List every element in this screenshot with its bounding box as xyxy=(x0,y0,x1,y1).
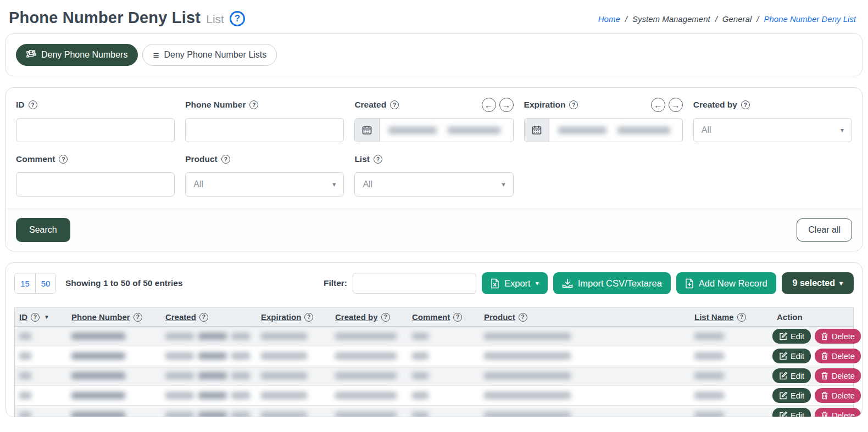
expiration-prev-range-button[interactable]: ← xyxy=(651,98,665,112)
cell-phone-number-redacted xyxy=(67,333,161,340)
trash-icon xyxy=(821,372,828,380)
filter-field-created-by: Created by ? All ▾ xyxy=(693,98,852,142)
help-icon[interactable]: ? xyxy=(453,313,462,322)
help-icon[interactable]: ? xyxy=(569,100,578,109)
edit-button[interactable]: Edit xyxy=(772,408,811,417)
edit-button[interactable]: Edit xyxy=(772,329,811,344)
cell-expiration-redacted xyxy=(257,352,331,360)
column-header-phone-number: Phone Number ? xyxy=(67,312,161,322)
help-icon[interactable]: ? xyxy=(381,313,390,322)
column-header-comment: Comment ? xyxy=(408,312,480,322)
cell-created-by-redacted xyxy=(331,333,408,340)
created-daterange-input[interactable] xyxy=(354,118,513,142)
trash-icon xyxy=(821,332,828,340)
cell-product-redacted xyxy=(480,372,690,379)
edit-button[interactable]: Edit xyxy=(772,388,811,403)
filter-comment-input[interactable] xyxy=(16,172,175,197)
help-icon[interactable]: ? xyxy=(221,155,230,164)
breadcrumb-current-page[interactable]: Phone Number Deny List xyxy=(764,14,856,24)
cell-comment-redacted xyxy=(408,392,480,399)
trash-icon xyxy=(821,411,828,417)
help-icon[interactable]: ? xyxy=(374,155,382,164)
chevron-down-icon: ▾ xyxy=(839,279,843,287)
filter-id-label: ID xyxy=(16,100,25,110)
column-header-product: Product ? xyxy=(480,312,690,322)
edit-button[interactable]: Edit xyxy=(772,349,811,363)
export-button[interactable]: Export ▾ xyxy=(482,272,548,294)
breadcrumb-general: General xyxy=(722,14,752,24)
filter-field-expiration: Expiration ? ← → xyxy=(524,98,683,142)
calendar-icon-button[interactable] xyxy=(355,119,380,142)
expiration-daterange-input[interactable] xyxy=(524,118,683,142)
page-header: Phone Number Deny List List ? Home / Sys… xyxy=(0,0,868,33)
edit-button[interactable]: Edit xyxy=(772,368,811,383)
list-select[interactable]: All ▾ xyxy=(354,172,513,197)
calendar-icon-button[interactable] xyxy=(525,119,549,142)
delete-button[interactable]: Delete xyxy=(815,368,861,383)
selected-rows-dropdown[interactable]: 9 selected ▾ xyxy=(782,272,854,294)
tab-deny-phone-numbers[interactable]: Deny Phone Numbers xyxy=(16,44,138,66)
filter-id-input[interactable] xyxy=(16,118,175,142)
page-size-15-button[interactable]: 15 xyxy=(15,273,35,293)
help-icon[interactable]: ? xyxy=(59,155,68,164)
column-header-expiration: Expiration ? xyxy=(257,312,331,322)
showing-entries-text: Showing 1 to 50 of 50 entries xyxy=(65,278,183,288)
table-header-row: ID ? ▼ Phone Number ? Created ? Expirati… xyxy=(15,308,853,327)
cell-action: Edit Delete xyxy=(772,368,863,383)
help-icon[interactable]: ? xyxy=(199,313,208,322)
delete-button[interactable]: Delete xyxy=(815,388,861,403)
created-daterange-value-redacted xyxy=(380,119,513,142)
filter-field-phone-number: Phone Number ? xyxy=(185,98,344,142)
help-icon[interactable]: ? xyxy=(249,100,258,109)
help-icon[interactable]: ? xyxy=(304,313,313,322)
help-icon[interactable]: ? xyxy=(31,313,40,322)
cell-expiration-redacted xyxy=(257,412,331,417)
sort-desc-icon[interactable]: ▼ xyxy=(44,314,49,320)
cell-action: Edit Delete xyxy=(772,388,863,403)
page-size-50-button[interactable]: 50 xyxy=(35,273,55,293)
filter-field-list: List ? All ▾ xyxy=(354,152,513,197)
cell-action: Edit Delete xyxy=(772,408,863,417)
breadcrumb: Home / System Management / General / Pho… xyxy=(598,14,856,24)
filter-phone-input[interactable] xyxy=(185,118,344,142)
cell-list-name-redacted xyxy=(690,333,772,340)
import-csv-button[interactable]: Import CSV/Textarea xyxy=(553,272,671,294)
cell-product-redacted xyxy=(480,352,690,360)
help-icon[interactable]: ? xyxy=(133,313,142,322)
product-select[interactable]: All ▾ xyxy=(185,172,344,197)
page-size-group: 15 50 xyxy=(14,273,56,294)
clear-all-button[interactable]: Clear all xyxy=(797,218,852,242)
expiration-next-range-button[interactable]: → xyxy=(669,98,683,112)
page-help-icon[interactable]: ? xyxy=(230,11,245,26)
search-button[interactable]: Search xyxy=(16,218,70,242)
created-prev-range-button[interactable]: ← xyxy=(482,98,496,112)
breadcrumb-home[interactable]: Home xyxy=(598,14,620,24)
tab-deny-phone-number-lists[interactable]: ≡ Deny Phone Number Lists xyxy=(142,44,277,66)
excel-file-icon xyxy=(491,278,499,289)
chevron-down-icon: ▾ xyxy=(841,126,844,134)
help-icon[interactable]: ? xyxy=(737,313,746,322)
cell-created-redacted xyxy=(161,372,257,379)
help-icon[interactable]: ? xyxy=(741,100,750,109)
delete-button[interactable]: Delete xyxy=(815,329,861,344)
export-label: Export xyxy=(504,278,531,289)
cell-id-redacted xyxy=(15,333,67,340)
calendar-icon xyxy=(362,125,372,135)
delete-button[interactable]: Delete xyxy=(815,408,861,417)
created-by-select[interactable]: All ▾ xyxy=(693,118,852,142)
table-filter-input[interactable] xyxy=(353,273,476,294)
records-table: ID ? ▼ Phone Number ? Created ? Expirati… xyxy=(14,307,854,417)
add-new-record-button[interactable]: Add New Record xyxy=(676,272,776,294)
created-next-range-button[interactable]: → xyxy=(499,98,514,112)
help-icon[interactable]: ? xyxy=(519,313,527,322)
edit-icon xyxy=(779,411,787,417)
tabs-card: Deny Phone Numbers ≡ Deny Phone Number L… xyxy=(5,33,863,76)
filter-comment-label: Comment xyxy=(16,154,55,164)
page-title: Phone Number Deny List xyxy=(9,9,201,27)
calendar-icon xyxy=(532,125,542,135)
cell-id-redacted xyxy=(15,372,67,379)
delete-button[interactable]: Delete xyxy=(815,349,861,363)
help-icon[interactable]: ? xyxy=(29,100,37,109)
help-icon[interactable]: ? xyxy=(390,100,399,109)
cell-expiration-redacted xyxy=(257,372,331,379)
